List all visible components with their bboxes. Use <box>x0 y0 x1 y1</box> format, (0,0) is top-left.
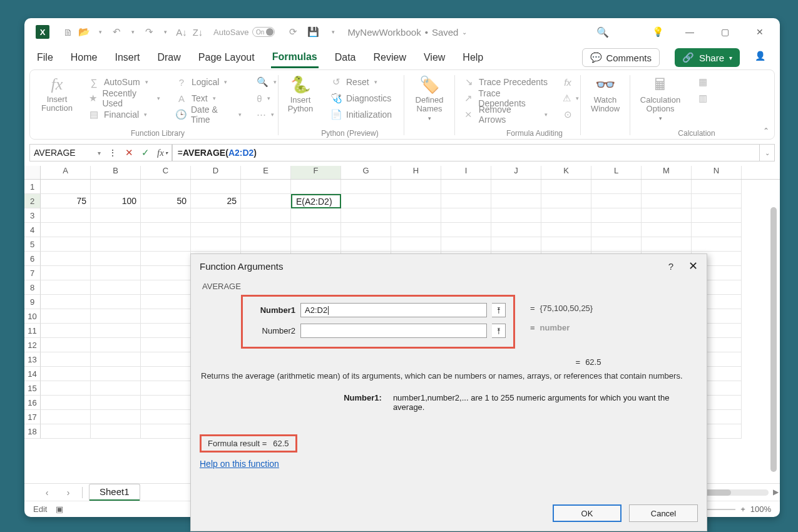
cell-I1[interactable] <box>441 180 491 194</box>
cell-C10[interactable] <box>141 309 191 324</box>
row-header-13[interactable]: 13 <box>24 352 41 367</box>
cell-C6[interactable] <box>141 252 191 266</box>
arg2-input[interactable] <box>300 324 487 338</box>
autosave-toggle[interactable]: AutoSave On <box>213 27 275 37</box>
cell-A14[interactable] <box>41 367 91 381</box>
cell-A10[interactable] <box>41 309 91 324</box>
row-header-14[interactable]: 14 <box>24 367 41 381</box>
sort-desc-icon[interactable]: Z↓ <box>192 26 203 38</box>
help-on-function-link[interactable]: Help on this function <box>200 459 698 469</box>
minimize-button[interactable]: — <box>681 23 698 41</box>
cell-J2[interactable] <box>491 194 541 208</box>
cell-B12[interactable] <box>91 338 141 352</box>
cell-B10[interactable] <box>91 309 141 324</box>
row-header-10[interactable]: 10 <box>24 309 41 324</box>
tab-help[interactable]: Help <box>461 48 484 67</box>
cell-B1[interactable] <box>91 180 141 194</box>
cell-A13[interactable] <box>41 352 91 367</box>
row-header-17[interactable]: 17 <box>24 410 41 424</box>
cell-L4[interactable] <box>591 223 642 237</box>
cell-M3[interactable] <box>642 208 692 223</box>
cell-B15[interactable] <box>91 381 141 396</box>
cancel-icon[interactable]: ✕ <box>121 145 137 161</box>
cell-G4[interactable] <box>341 223 391 237</box>
cell-F2[interactable]: E(A2:D2) <box>291 194 341 208</box>
cell-E1[interactable] <box>241 180 291 194</box>
cell-C11[interactable] <box>141 324 191 338</box>
cell-B5[interactable] <box>91 237 141 252</box>
financial-button[interactable]: ▤Financial▾ <box>86 106 161 123</box>
dialog-close-icon[interactable]: ✕ <box>688 259 698 273</box>
row-header-8[interactable]: 8 <box>24 280 41 295</box>
close-button[interactable]: ✕ <box>751 23 769 41</box>
cell-F1[interactable] <box>291 180 341 194</box>
doc-title[interactable]: MyNewWorkbook • Saved ⌄ <box>347 27 467 38</box>
col-header-I[interactable]: I <box>441 166 491 179</box>
cell-A16[interactable] <box>41 396 91 410</box>
cell-C5[interactable] <box>141 237 191 252</box>
cell-N1[interactable] <box>692 180 742 194</box>
cell-N2[interactable] <box>692 194 742 208</box>
col-header-N[interactable]: N <box>692 166 742 179</box>
cell-N5[interactable] <box>692 237 742 252</box>
formula-input[interactable]: =AVERAGE(A2:D2) <box>173 144 760 161</box>
cell-J5[interactable] <box>491 237 541 252</box>
cell-C2[interactable]: 50 <box>141 194 191 208</box>
col-header-E[interactable]: E <box>241 166 291 179</box>
cell-A12[interactable] <box>41 338 91 352</box>
cell-D5[interactable] <box>191 237 241 252</box>
lookup-button[interactable]: 🔍▾ <box>255 74 272 90</box>
cell-M1[interactable] <box>642 180 692 194</box>
cell-C1[interactable] <box>141 180 191 194</box>
cell-D1[interactable] <box>191 180 241 194</box>
chevron-down-icon[interactable]: ▾ <box>98 150 101 156</box>
cell-A9[interactable] <box>41 295 91 309</box>
cell-H5[interactable] <box>391 237 441 252</box>
row-header-18[interactable]: 18 <box>24 424 41 439</box>
sheet-prev-icon[interactable]: ‹ <box>39 488 54 498</box>
tab-draw[interactable]: Draw <box>156 48 182 67</box>
cell-K5[interactable] <box>541 237 591 252</box>
cell-A7[interactable] <box>41 266 91 280</box>
row-header-9[interactable]: 9 <box>24 295 41 309</box>
dialog-titlebar[interactable]: Function Arguments ? ✕ <box>191 254 707 278</box>
cell-C7[interactable] <box>141 266 191 280</box>
cell-B18[interactable] <box>91 424 141 439</box>
col-header-H[interactable]: H <box>391 166 441 179</box>
cell-L2[interactable] <box>591 194 642 208</box>
name-box[interactable]: AVERAGE ▾ <box>29 144 105 161</box>
scroll-right-icon[interactable]: ▶ <box>773 488 779 496</box>
lightbulb-icon[interactable]: 💡 <box>652 26 663 38</box>
col-header-D[interactable]: D <box>191 166 241 179</box>
more-fn-button[interactable]: ⋯▾ <box>255 106 272 123</box>
cell-A15[interactable] <box>41 381 91 396</box>
dialog-help-icon[interactable]: ? <box>668 261 673 272</box>
cell-B9[interactable] <box>91 295 141 309</box>
more-icon[interactable]: ⋮ <box>105 145 121 161</box>
cell-C9[interactable] <box>141 295 191 309</box>
col-header-C[interactable]: C <box>141 166 191 179</box>
scrollbar-thumb[interactable] <box>770 207 777 472</box>
toggle-pill[interactable]: On <box>252 27 275 37</box>
recently-used-button[interactable]: ★Recently Used▾ <box>86 90 161 106</box>
collapse-dialog-icon[interactable]: ⭱ <box>492 324 506 338</box>
calc-sheet-button[interactable]: ▥ <box>697 90 709 106</box>
cell-C14[interactable] <box>141 367 191 381</box>
insert-function-button[interactable]: fx Insert Function <box>40 74 74 115</box>
reset-button[interactable]: ↺Reset▾ <box>329 74 397 90</box>
calc-options-button[interactable]: 🖩 Calculation Options▾ <box>637 74 684 123</box>
cell-H3[interactable] <box>391 208 441 223</box>
row-header-6[interactable]: 6 <box>24 252 41 266</box>
row-header-15[interactable]: 15 <box>24 381 41 396</box>
row-header-7[interactable]: 7 <box>24 266 41 280</box>
cell-F5[interactable] <box>291 237 341 252</box>
cell-N3[interactable] <box>692 208 742 223</box>
cell-A2[interactable]: 75 <box>41 194 91 208</box>
col-header-K[interactable]: K <box>541 166 591 179</box>
cell-I5[interactable] <box>441 237 491 252</box>
defined-names-button[interactable]: 🏷️ Defined Names▾ <box>411 74 448 123</box>
undo-icon[interactable]: ↶ <box>111 26 122 38</box>
tab-data[interactable]: Data <box>334 48 357 67</box>
cell-L1[interactable] <box>591 180 642 194</box>
col-header-G[interactable]: G <box>341 166 391 179</box>
